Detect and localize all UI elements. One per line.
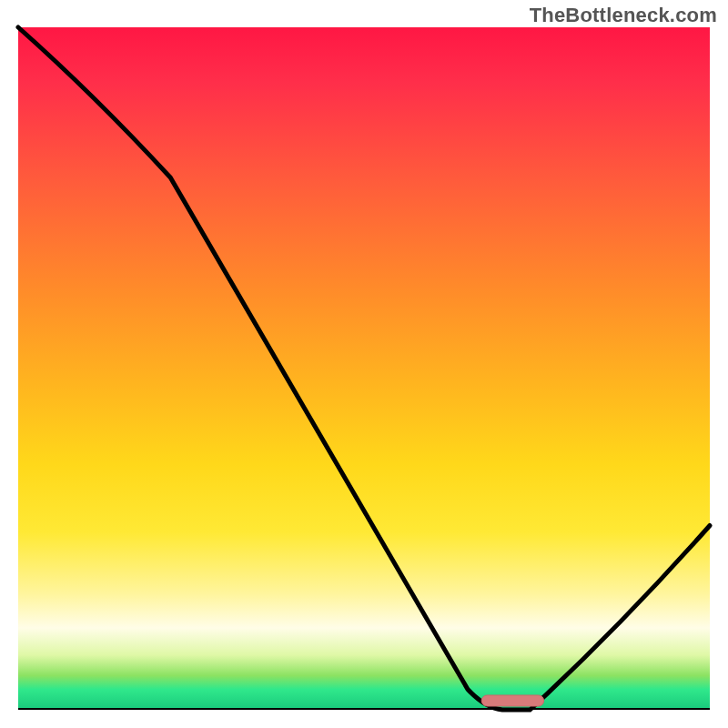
bottleneck-curve [18, 27, 710, 710]
minimum-marker [481, 695, 543, 706]
watermark-text: TheBottleneck.com [530, 4, 717, 27]
chart-overlay [18, 27, 710, 710]
chart-container: TheBottleneck.com [0, 0, 728, 728]
plot-area [18, 27, 710, 710]
